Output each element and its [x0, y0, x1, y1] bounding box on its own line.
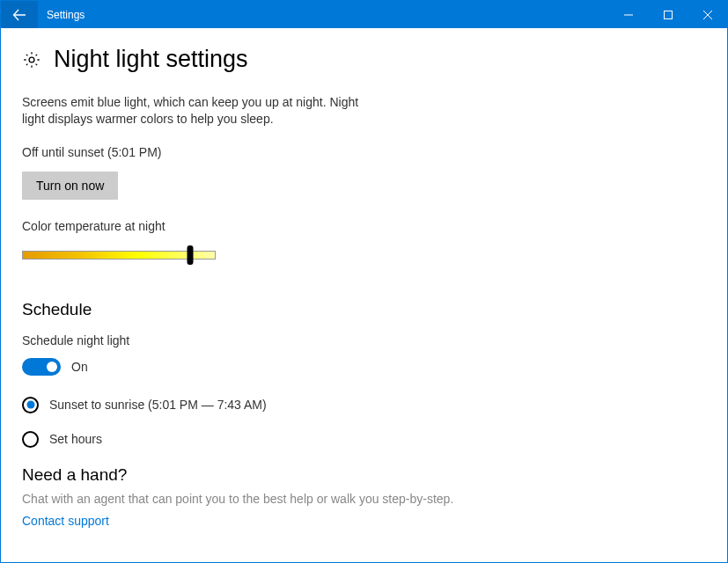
- help-heading: Need a hand?: [22, 465, 706, 485]
- status-text: Off until sunset (5:01 PM): [22, 145, 706, 159]
- back-arrow-icon: [12, 8, 26, 22]
- svg-point-4: [29, 57, 34, 62]
- window-titlebar: Settings: [1, 1, 727, 28]
- page-header: Night light settings: [22, 46, 706, 73]
- turn-on-now-button[interactable]: Turn on now: [22, 172, 118, 200]
- app-title: Settings: [38, 1, 608, 28]
- close-icon: [703, 11, 712, 19]
- radio-label: Set hours: [49, 432, 102, 446]
- svg-rect-1: [664, 11, 672, 18]
- minimize-button[interactable]: [608, 1, 648, 28]
- page-description: Screens emit blue light, which can keep …: [22, 94, 374, 128]
- page-content: Night light settings Screens emit blue l…: [1, 28, 727, 546]
- help-description: Chat with an agent that can point you to…: [22, 492, 706, 506]
- toggle-state-label: On: [71, 360, 88, 374]
- back-button[interactable]: [1, 1, 38, 28]
- color-temp-label: Color temperature at night: [22, 219, 706, 233]
- contact-support-link[interactable]: Contact support: [22, 514, 109, 528]
- radio-set-hours[interactable]: Set hours: [22, 431, 706, 448]
- schedule-toggle-row: On: [22, 358, 706, 376]
- window-controls: [608, 1, 727, 28]
- radio-label: Sunset to sunrise (5:01 PM — 7:43 AM): [49, 398, 267, 412]
- page-title: Night light settings: [54, 46, 248, 73]
- toggle-knob: [47, 362, 57, 372]
- slider-thumb[interactable]: [188, 245, 194, 265]
- radio-sunset-to-sunrise[interactable]: Sunset to sunrise (5:01 PM — 7:43 AM): [22, 397, 706, 413]
- color-temp-slider[interactable]: [22, 245, 216, 263]
- schedule-toggle[interactable]: [22, 358, 61, 376]
- minimize-icon: [624, 11, 633, 19]
- maximize-icon: [664, 11, 673, 19]
- schedule-toggle-label: Schedule night light: [22, 333, 706, 347]
- radio-button-icon: [22, 431, 39, 448]
- close-button[interactable]: [688, 1, 727, 28]
- radio-button-icon: [22, 397, 39, 413]
- maximize-button[interactable]: [648, 1, 688, 28]
- schedule-heading: Schedule: [22, 300, 706, 319]
- gear-icon: [22, 50, 41, 69]
